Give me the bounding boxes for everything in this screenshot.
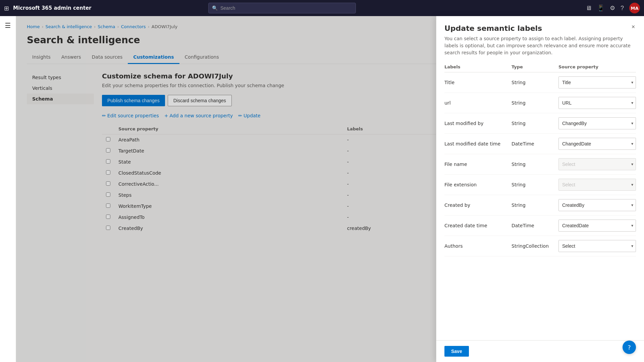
label-type: DateTime [512, 134, 558, 154]
label-source-cell: CreatedDate ▾ [558, 216, 636, 236]
source-dropdown-wrapper: CreatedDate ▾ [558, 220, 636, 232]
label-name: Last modified date time [444, 134, 512, 154]
source-dropdown-wrapper: ChangedBy ▾ [558, 117, 636, 129]
settings-icon[interactable]: ⚙ [610, 4, 615, 12]
label-row: Authors StringCollection Select ▾ [444, 236, 636, 256]
panel-header: Update semantic labels You can select a … [436, 16, 644, 62]
col-header-labels: Labels [444, 62, 512, 72]
monitor-icon[interactable]: 🖥 [586, 5, 592, 12]
labels-table: Labels Type Source property Title String… [444, 62, 636, 256]
source-dropdown-wrapper: Title ▾ [558, 76, 636, 88]
grid-icon[interactable]: ⊞ [4, 5, 9, 12]
source-dropdown-6[interactable]: CreatedBy [558, 199, 636, 211]
source-dropdown-wrapper: ChangedDate ▾ [558, 138, 636, 150]
mobile-icon[interactable]: 📱 [597, 4, 604, 12]
label-row: Title String Title ▾ [444, 72, 636, 93]
source-dropdown-wrapper: URL ▾ [558, 97, 636, 109]
label-source-cell: Select ▾ [558, 175, 636, 195]
label-source-cell: URL ▾ [558, 93, 636, 113]
save-button[interactable]: Save [444, 346, 469, 357]
label-type: String [512, 195, 558, 216]
source-dropdown-1[interactable]: URL [558, 97, 636, 109]
label-type: StringCollection [512, 236, 558, 256]
label-type: String [512, 113, 558, 134]
label-type: DateTime [512, 216, 558, 236]
label-source-cell: CreatedBy ▾ [558, 195, 636, 216]
panel-close-button[interactable]: × [628, 21, 639, 32]
search-icon: 🔍 [212, 5, 218, 11]
label-row: Created date time DateTime CreatedDate ▾ [444, 216, 636, 236]
source-dropdown-8[interactable]: Select [558, 240, 636, 252]
label-name: Last modified by [444, 113, 512, 134]
label-name: File name [444, 154, 512, 175]
source-dropdown-wrapper: Select ▾ [558, 179, 636, 191]
source-dropdown-7[interactable]: CreatedDate [558, 220, 636, 232]
topbar: ⊞ Microsoft 365 admin center 🔍 🖥 📱 ⚙ ? M… [0, 0, 644, 16]
label-source-cell: Select ▾ [558, 236, 636, 256]
label-type: String [512, 175, 558, 195]
help-fab[interactable]: ? [623, 341, 636, 354]
panel-footer: Save [436, 340, 644, 362]
label-name: Created date time [444, 216, 512, 236]
source-dropdown-wrapper: Select ▾ [558, 240, 636, 252]
source-dropdown-2[interactable]: ChangedBy [558, 117, 636, 129]
topbar-actions: 🖥 📱 ⚙ ? MA [586, 3, 640, 13]
label-name: Authors [444, 236, 512, 256]
label-row: File name String Select ▾ [444, 154, 636, 175]
label-row: File extension String Select ▾ [444, 175, 636, 195]
avatar[interactable]: MA [629, 3, 640, 13]
label-type: String [512, 93, 558, 113]
label-row: Created by String CreatedBy ▾ [444, 195, 636, 216]
label-name: url [444, 93, 512, 113]
search-box: 🔍 [208, 3, 356, 13]
label-type: String [512, 72, 558, 93]
label-source-cell: ChangedDate ▾ [558, 134, 636, 154]
col-header-type: Type [512, 62, 558, 72]
app-title: Microsoft 365 admin center [13, 5, 91, 11]
label-source-cell: Title ▾ [558, 72, 636, 93]
label-row: url String URL ▾ [444, 93, 636, 113]
overlay-panel: Update semantic labels You can select a … [436, 16, 644, 362]
search-input[interactable] [220, 5, 352, 11]
label-name: Created by [444, 195, 512, 216]
help-fab-icon: ? [628, 344, 631, 351]
label-name: File extension [444, 175, 512, 195]
label-source-cell: ChangedBy ▾ [558, 113, 636, 134]
source-dropdown-5[interactable]: Select [558, 179, 636, 191]
help-icon[interactable]: ? [621, 5, 624, 12]
label-row: Last modified date time DateTime Changed… [444, 134, 636, 154]
menu-icon[interactable]: ☰ [2, 19, 14, 32]
dim-overlay [16, 16, 436, 362]
label-source-cell: Select ▾ [558, 154, 636, 175]
col-header-source: Source property [558, 62, 636, 72]
panel-desc: You can select a source property to assi… [444, 35, 636, 56]
label-row: Last modified by String ChangedBy ▾ [444, 113, 636, 134]
source-dropdown-wrapper: Select ▾ [558, 158, 636, 170]
panel-title: Update semantic labels [444, 24, 636, 33]
source-dropdown-0[interactable]: Title [558, 76, 636, 88]
sidebar: ☰ [0, 16, 16, 362]
source-dropdown-3[interactable]: ChangedDate [558, 138, 636, 150]
label-name: Title [444, 72, 512, 93]
panel-body: Labels Type Source property Title String… [436, 62, 644, 340]
source-dropdown-wrapper: CreatedBy ▾ [558, 199, 636, 211]
label-type: String [512, 154, 558, 175]
source-dropdown-4[interactable]: Select [558, 158, 636, 170]
